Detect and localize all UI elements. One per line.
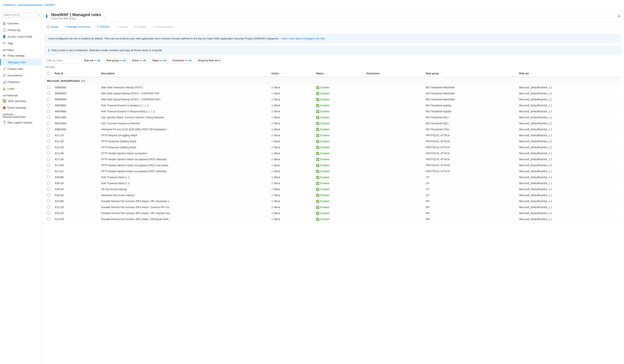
row-checkbox[interactable] <box>47 86 50 89</box>
sidebar-item-custom-rules[interactable]: 📝 Custom rules <box>0 65 41 72</box>
cell-rule-id: 99001001 <box>52 127 99 132</box>
col-action[interactable]: Action ↑↓ <box>269 70 313 77</box>
row-checkbox[interactable] <box>47 206 50 208</box>
access-control-icon: 👤 <box>2 35 6 38</box>
rule-group-filter-button[interactable]: Rule group == all <box>104 58 128 63</box>
row-checkbox-cell[interactable] <box>45 175 52 181</box>
row-checkbox-cell[interactable] <box>45 198 52 204</box>
cell-exclusions <box>364 210 423 216</box>
table-row: 99005004 Web Shell Upload Attempt (POST)… <box>45 97 621 103</box>
row-checkbox-cell[interactable] <box>45 121 52 127</box>
sidebar-item-overview[interactable]: 🏠 Overview <box>0 20 41 27</box>
assign-button[interactable]: 📋 Assign <box>45 24 60 29</box>
row-checkbox[interactable] <box>47 170 50 172</box>
row-checkbox-cell[interactable] <box>45 168 52 175</box>
row-checkbox-cell[interactable] <box>45 145 52 151</box>
breadcrumb-waf[interactable]: NewWAF <box>45 3 55 6</box>
row-checkbox[interactable] <box>47 92 50 95</box>
row-checkbox[interactable] <box>47 146 50 149</box>
close-button[interactable]: ✕ <box>618 14 621 19</box>
breadcrumb-portal[interactable]: powerappsportalsetup <box>18 3 42 6</box>
col-rule-group[interactable]: Rule group ↑↓ <box>423 70 517 77</box>
manage-exclusions-button[interactable]: ≡ Manage exclusions <box>63 24 92 29</box>
row-checkbox-cell[interactable] <box>45 162 52 168</box>
row-checkbox-cell[interactable] <box>45 181 52 186</box>
row-checkbox[interactable] <box>47 110 50 112</box>
row-checkbox-cell[interactable] <box>45 91 52 97</box>
cell-rule-group: PROTOCOL-ATTACK <box>423 162 517 168</box>
row-checkbox[interactable] <box>47 164 50 166</box>
sidebar-item-managed-rules[interactable]: 📄 Managed rules <box>0 59 41 65</box>
cell-rule-group: LFI <box>423 175 517 181</box>
row-checkbox-cell[interactable] <box>45 192 52 198</box>
sidebar-item-tasks[interactable]: ✅ Tasks (preview) <box>0 98 41 104</box>
cell-rule-group: PROTOCOL-ATTACK <box>423 151 517 156</box>
row-checkbox-cell[interactable] <box>45 156 52 162</box>
row-checkbox[interactable] <box>47 194 50 196</box>
col-status[interactable]: Status ↑↓ <box>313 70 364 77</box>
row-checkbox[interactable] <box>47 176 50 178</box>
row-checkbox[interactable] <box>47 122 50 125</box>
row-checkbox[interactable] <box>47 116 50 119</box>
col-rule-set[interactable]: Rule set ↑↓ <box>517 70 621 77</box>
cell-action: ⊘ Block <box>269 103 313 109</box>
row-checkbox[interactable] <box>47 182 50 184</box>
refresh-button[interactable]: ↻ Refresh <box>95 24 111 29</box>
row-checkbox-cell[interactable] <box>45 127 52 132</box>
sidebar-item-new-support[interactable]: ❓ New support request <box>0 119 41 126</box>
row-checkbox[interactable] <box>47 128 50 130</box>
disable-button[interactable]: ⊘ Disable <box>132 24 148 29</box>
row-checkbox-cell[interactable] <box>45 97 52 103</box>
row-checkbox-cell[interactable] <box>45 85 52 91</box>
sidebar-item-activity-log[interactable]: 📋 Activity log <box>0 27 41 33</box>
breadcrumb-dashboard[interactable]: Dashboard <box>3 3 16 6</box>
change-action-button[interactable]: ✏ Change action <box>151 24 175 29</box>
select-all-header[interactable] <box>45 70 52 77</box>
col-rule-id[interactable]: Rule Id ↑↓ <box>52 70 99 77</box>
search-input[interactable] <box>2 12 37 17</box>
sidebar-item-export-template[interactable]: 📤 Export template <box>0 104 41 111</box>
row-checkbox-cell[interactable] <box>45 109 52 115</box>
row-checkbox-cell[interactable] <box>45 204 52 210</box>
action-filter-button[interactable]: Action == all <box>130 58 148 63</box>
status-enabled-icon: ✅ <box>316 170 319 173</box>
row-checkbox-cell[interactable] <box>45 115 52 121</box>
row-checkbox[interactable] <box>47 134 50 136</box>
row-checkbox[interactable] <box>47 218 50 220</box>
exclusions-filter-button[interactable]: Exclusions == all <box>170 58 194 63</box>
sidebar-item-properties[interactable]: 📊 Properties <box>0 79 41 85</box>
sidebar-item-locks[interactable]: 🔒 Locks <box>0 85 41 92</box>
row-checkbox[interactable] <box>47 104 50 106</box>
row-checkbox[interactable] <box>47 200 50 202</box>
cell-status: ✅ Enabled <box>313 186 364 192</box>
col-exclusions[interactable]: Exclusions ↑↓ <box>364 70 423 77</box>
row-checkbox-cell[interactable] <box>45 132 52 138</box>
group-by-button[interactable]: Group by Rule set ▾ <box>195 58 222 63</box>
sidebar-item-access-control[interactable]: 👤 Access control (IAM) <box>0 33 41 40</box>
row-checkbox-cell[interactable] <box>45 216 52 222</box>
sidebar-item-tags[interactable]: 🏷 Tags <box>0 40 41 47</box>
row-checkbox-cell[interactable] <box>45 210 52 216</box>
sidebar-item-associations[interactable]: 🔗 Associations <box>0 72 41 79</box>
row-checkbox[interactable] <box>47 188 50 190</box>
filter-by-name-input[interactable] <box>45 58 80 63</box>
collapse-button[interactable]: « <box>38 13 39 17</box>
select-all-checkbox[interactable] <box>47 72 50 75</box>
row-checkbox[interactable] <box>47 140 50 142</box>
enable-button[interactable]: ✓ Enable <box>114 24 129 29</box>
col-description[interactable]: Description ↑↓ <box>99 70 269 77</box>
ellipsis-menu-button[interactable]: ... <box>104 14 106 18</box>
sidebar-item-policy-settings[interactable]: ⚙ Policy settings <box>0 52 41 59</box>
row-checkbox-cell[interactable] <box>45 151 52 156</box>
row-checkbox-cell[interactable] <box>45 186 52 192</box>
row-checkbox[interactable] <box>47 158 50 160</box>
row-checkbox-cell[interactable] <box>45 138 52 145</box>
row-checkbox[interactable] <box>47 152 50 155</box>
row-checkbox[interactable] <box>47 98 50 101</box>
cell-exclusions <box>364 91 423 97</box>
info-link[interactable]: Learn more about managed rule sets <box>281 37 325 40</box>
rule-set-filter-button[interactable]: Rule set == all <box>82 58 103 63</box>
status-filter-button[interactable]: Status == all <box>150 58 169 63</box>
row-checkbox-cell[interactable] <box>45 103 52 109</box>
row-checkbox[interactable] <box>47 212 50 214</box>
